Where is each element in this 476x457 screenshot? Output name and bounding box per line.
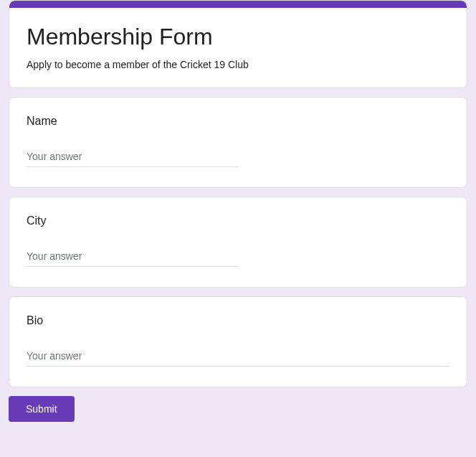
bio-input[interactable] [27, 347, 449, 367]
form-description: Apply to become a member of the Cricket … [27, 59, 449, 70]
question-label-name: Name [27, 115, 449, 128]
form-title: Membership Form [27, 24, 449, 50]
question-label-city: City [27, 215, 449, 227]
header-card: Membership Form Apply to become a member… [9, 0, 467, 88]
header-accent-bar [9, 1, 467, 8]
question-card-bio: Bio [9, 296, 467, 387]
form-container: Membership Form Apply to become a member… [0, 0, 476, 430]
city-input[interactable] [27, 248, 238, 267]
name-input[interactable] [27, 148, 238, 167]
question-card-name: Name [9, 97, 467, 188]
submit-button[interactable]: Submit [9, 396, 75, 422]
question-card-city: City [9, 197, 467, 288]
header-content: Membership Form Apply to become a member… [9, 8, 467, 88]
question-label-bio: Bio [27, 314, 449, 327]
